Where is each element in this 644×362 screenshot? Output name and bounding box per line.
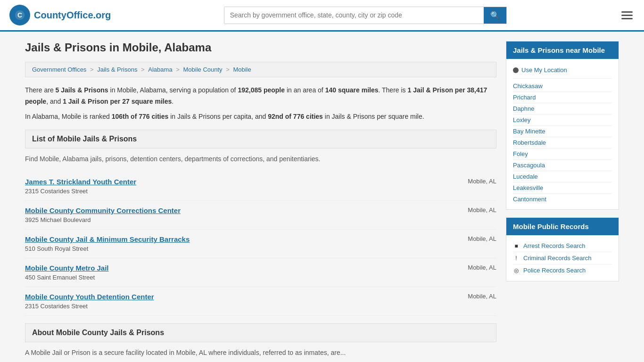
jail-location-3: Mobile, AL [449, 264, 496, 271]
breadcrumb-item-mobile[interactable]: Mobile [233, 66, 251, 73]
breadcrumb-item-gov[interactable]: Government Offices [32, 66, 86, 73]
description-block: There are 5 Jails & Prisons in Mobile, A… [25, 85, 496, 122]
list-section-header: List of Mobile Jails & Prisons [25, 130, 496, 148]
desc-pre1: There are [25, 86, 56, 94]
search-button[interactable]: 🔍 [484, 7, 506, 24]
use-location-label: Use My Location [521, 66, 567, 74]
record-link-2[interactable]: Police Records Search [523, 267, 586, 274]
search-input[interactable] [224, 7, 484, 24]
jail-info-0: James T. Strickland Youth Center 2315 Co… [25, 178, 440, 195]
jail-info-4: Mobile County Youth Detention Center 231… [25, 293, 440, 310]
public-record-item-1: ! Criminal Records Search [513, 252, 612, 264]
record-icon-1: ! [513, 255, 520, 262]
sidebar: Jails & Prisons near Mobile Use My Locat… [506, 41, 619, 362]
list-item: James T. Strickland Youth Center 2315 Co… [25, 172, 496, 201]
location-dot-icon [513, 67, 519, 73]
nearby-city-4[interactable]: Bay Minette [513, 126, 612, 137]
jail-name-1[interactable]: Mobile County Community Corrections Cent… [25, 206, 440, 214]
breadcrumb: Government Offices > Jails & Prisons > A… [25, 62, 496, 77]
logo-icon: C [9, 5, 30, 25]
record-icon-2: ◎ [513, 267, 520, 274]
breadcrumb-sep-3: > [176, 66, 181, 73]
jail-name-2[interactable]: Mobile County Jail & Minimum Security Ba… [25, 235, 440, 243]
logo-text: CountyOffice.org [34, 10, 111, 21]
desc-population: 192,085 people [238, 86, 285, 94]
nearby-city-1[interactable]: Prichard [513, 92, 612, 103]
jail-address-1: 3925 Michael Boulevard [25, 216, 91, 223]
desc2-pre: In Alabama, Mobile is ranked [25, 113, 112, 120]
desc2-rank1: 106th of 776 cities [112, 113, 169, 120]
jail-address-0: 2315 Costarides Street [25, 188, 88, 195]
nearby-city-5[interactable]: Robertsdale [513, 137, 612, 148]
menu-line-3 [621, 18, 633, 19]
jail-info-3: Mobile County Metro Jail 450 Saint Emanu… [25, 264, 440, 281]
nearby-city-9[interactable]: Leakesville [513, 182, 612, 194]
breadcrumb-item-county[interactable]: Mobile County [183, 66, 222, 73]
about-section-desc: A Mobile Jail or Prison is a secure faci… [25, 347, 496, 358]
breadcrumb-sep-4: > [226, 66, 231, 73]
desc-post1: . There is [379, 86, 408, 94]
logo-brand: CountyOffice [34, 10, 93, 20]
search-wrapper: 🔍 [224, 7, 507, 24]
breadcrumb-sep-1: > [90, 66, 95, 73]
logo-suffix: .org [93, 10, 111, 20]
nearby-box: Jails & Prisons near Mobile Use My Locat… [506, 41, 619, 210]
svg-text:C: C [17, 11, 22, 19]
public-record-item-0: ■ Arrest Records Search [513, 240, 612, 252]
content-area: Jails & Prisons in Mobile, Alabama Gover… [16, 32, 628, 362]
nearby-city-10[interactable]: Cantonment [513, 194, 612, 205]
use-location-btn[interactable]: Use My Location [513, 64, 612, 79]
search-icon: 🔍 [490, 11, 500, 19]
menu-line-2 [621, 15, 633, 16]
header: C CountyOffice.org 🔍 [0, 0, 644, 32]
nearby-city-6[interactable]: Foley [513, 148, 612, 160]
nearby-city-0[interactable]: Chickasaw [513, 81, 612, 92]
nearby-city-3[interactable]: Loxley [513, 115, 612, 126]
jail-list: James T. Strickland Youth Center 2315 Co… [25, 172, 496, 316]
jail-address-4: 2315 Costarides Street [25, 303, 88, 310]
nearby-city-2[interactable]: Daphne [513, 103, 612, 115]
jail-info-1: Mobile County Community Corrections Cent… [25, 206, 440, 223]
about-section-header: About Mobile County Jails & Prisons [25, 323, 496, 342]
public-records-header: Mobile Public Records [506, 218, 619, 235]
desc-mid1: in Mobile, Alabama, serving a population… [108, 86, 238, 94]
nearby-header: Jails & Prisons near Mobile [506, 41, 619, 59]
jail-name-0[interactable]: James T. Strickland Youth Center [25, 178, 440, 186]
public-records-content: ■ Arrest Records Search ! Criminal Recor… [506, 235, 619, 281]
jail-address-2: 510 South Royal Street [25, 245, 88, 252]
nearby-city-7[interactable]: Pascagoula [513, 160, 612, 171]
record-link-1[interactable]: Criminal Records Search [523, 255, 592, 262]
public-records-list: ■ Arrest Records Search ! Criminal Recor… [513, 240, 612, 276]
desc-mid2: in an area of [285, 86, 325, 94]
jail-name-3[interactable]: Mobile County Metro Jail [25, 264, 440, 272]
list-item: Mobile County Community Corrections Cent… [25, 201, 496, 230]
breadcrumb-sep-2: > [141, 66, 146, 73]
public-records-box: Mobile Public Records ■ Arrest Records S… [506, 217, 619, 281]
jail-location-0: Mobile, AL [449, 178, 496, 185]
menu-button[interactable] [619, 9, 635, 21]
nearby-cities-list: ChickasawPrichardDaphneLoxleyBay Minette… [513, 81, 612, 205]
main-content: Jails & Prisons in Mobile, Alabama Gover… [25, 41, 496, 362]
page-title: Jails & Prisons in Mobile, Alabama [25, 41, 496, 54]
jail-name-4[interactable]: Mobile County Youth Detention Center [25, 293, 440, 301]
nearby-city-8[interactable]: Lucedale [513, 171, 612, 182]
desc2-mid: in Jails & Prisons per capita, and [168, 113, 268, 120]
jail-address-3: 450 Saint Emanuel Street [25, 274, 95, 281]
desc-area: 140 square miles [325, 86, 379, 94]
record-link-0[interactable]: Arrest Records Search [523, 242, 586, 249]
jail-info-2: Mobile County Jail & Minimum Security Ba… [25, 235, 440, 252]
list-item: Mobile County Metro Jail 450 Saint Emanu… [25, 258, 496, 287]
desc-count: 5 Jails & Prisons [56, 86, 108, 94]
jail-location-2: Mobile, AL [449, 235, 496, 242]
public-record-item-2: ◎ Police Records Search [513, 264, 612, 276]
search-area: 🔍 [224, 7, 507, 24]
desc-per-sqmile: 1 Jail & Prison per 27 square miles [63, 98, 172, 105]
jail-location-1: Mobile, AL [449, 206, 496, 214]
jail-location-4: Mobile, AL [449, 293, 496, 300]
logo-area: C CountyOffice.org [9, 5, 111, 25]
breadcrumb-item-jails[interactable]: Jails & Prisons [97, 66, 137, 73]
nearby-content: Use My Location ChickasawPrichardDaphneL… [506, 59, 619, 209]
desc-post2: , and [46, 98, 63, 105]
list-item: Mobile County Jail & Minimum Security Ba… [25, 230, 496, 258]
breadcrumb-item-alabama[interactable]: Alabama [148, 66, 172, 73]
